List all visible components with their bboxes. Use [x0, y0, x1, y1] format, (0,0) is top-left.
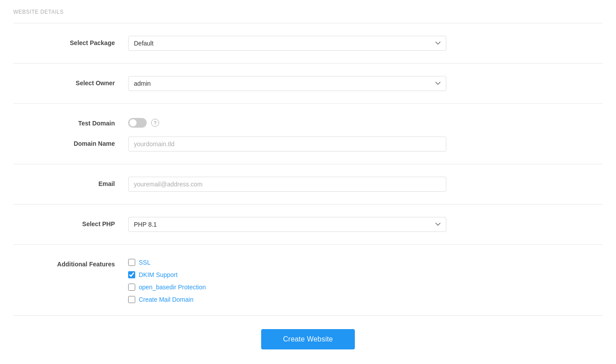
- select-owner-dropdown[interactable]: admin: [128, 76, 446, 91]
- checkbox-group: SSL DKIM Support open_basedir Protection…: [128, 257, 446, 303]
- select-package-control: Default: [128, 36, 446, 51]
- mail-domain-checkbox-item[interactable]: Create Mail Domain: [128, 296, 446, 303]
- dkim-checkbox[interactable]: [128, 271, 135, 278]
- test-domain-toggle[interactable]: [128, 118, 147, 128]
- select-owner-label: Select Owner: [13, 76, 128, 87]
- ssl-checkbox[interactable]: [128, 259, 135, 266]
- additional-features-control: SSL DKIM Support open_basedir Protection…: [128, 257, 446, 303]
- test-domain-help-icon[interactable]: ?: [151, 119, 159, 127]
- dkim-label: DKIM Support: [139, 271, 178, 278]
- mail-domain-label: Create Mail Domain: [139, 296, 194, 303]
- domain-name-label: Domain Name: [13, 136, 128, 147]
- select-package-section: Select Package Default: [13, 23, 603, 63]
- ssl-checkbox-item[interactable]: SSL: [128, 259, 446, 266]
- mail-domain-checkbox[interactable]: [128, 296, 135, 303]
- email-label: Email: [13, 177, 128, 187]
- email-control: [128, 177, 446, 192]
- test-domain-section: Test Domain ? Domain Name: [13, 103, 603, 164]
- open-basedir-checkbox[interactable]: [128, 284, 135, 291]
- toggle-slider: [128, 118, 147, 128]
- open-basedir-checkbox-item[interactable]: open_basedir Protection: [128, 284, 446, 291]
- email-section: Email: [13, 164, 603, 204]
- page-container: WEBSITE DETAILS Select Package Default S…: [0, 0, 616, 364]
- create-website-button[interactable]: Create Website: [261, 329, 355, 349]
- select-owner-section: Select Owner admin: [13, 63, 603, 103]
- dkim-checkbox-item[interactable]: DKIM Support: [128, 271, 446, 278]
- domain-name-control: [128, 136, 446, 152]
- select-php-label: Select PHP: [13, 217, 128, 228]
- additional-features-section: Additional Features SSL DKIM Support ope…: [13, 244, 603, 315]
- select-package-dropdown[interactable]: Default: [128, 36, 446, 51]
- open-basedir-label: open_basedir Protection: [139, 284, 206, 291]
- test-domain-label: Test Domain: [13, 116, 128, 127]
- test-domain-control: ?: [128, 116, 446, 128]
- select-owner-control: admin: [128, 76, 446, 91]
- domain-name-input[interactable]: [128, 136, 446, 152]
- email-input[interactable]: [128, 177, 446, 192]
- select-php-dropdown[interactable]: PHP 8.1 PHP 8.0 PHP 7.4: [128, 217, 446, 232]
- select-package-label: Select Package: [13, 36, 128, 46]
- submit-section: Create Website: [13, 315, 603, 363]
- ssl-label: SSL: [139, 259, 150, 266]
- additional-features-label: Additional Features: [13, 257, 128, 268]
- select-php-control: PHP 8.1 PHP 8.0 PHP 7.4: [128, 217, 446, 232]
- page-title: WEBSITE DETAILS: [13, 9, 603, 15]
- select-php-section: Select PHP PHP 8.1 PHP 8.0 PHP 7.4: [13, 204, 603, 244]
